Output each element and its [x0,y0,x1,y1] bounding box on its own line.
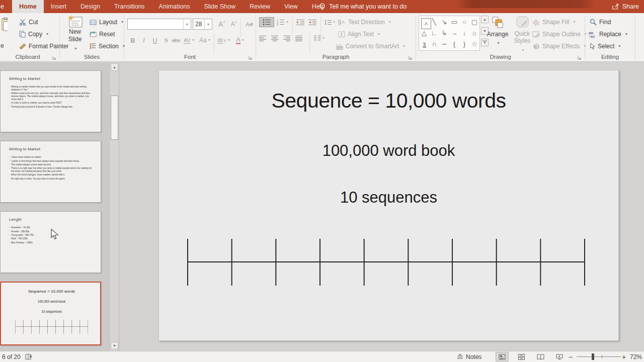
clipboard-dialog-launcher[interactable] [52,56,56,60]
italic-button[interactable]: I [139,35,148,45]
increase-indent-button[interactable] [308,17,317,27]
thumbnail-slide-4[interactable]: Writing to Market I have never written t… [0,141,101,203]
zoom-slider-thumb[interactable] [592,353,594,360]
slide-sorter-view-button[interactable] [515,352,528,361]
tab-slide-show[interactable]: Slide Show [197,0,243,13]
replace-button[interactable]: abac Replace [589,29,627,40]
tab-view[interactable]: View [277,0,305,13]
font-color-button[interactable]: A [235,35,245,45]
share-button[interactable]: Share [612,0,639,13]
tab-home[interactable]: Home [12,0,44,13]
zoom-in-button[interactable]: + [622,351,626,362]
slide-title-text[interactable]: Sequence = 10,000 words [159,89,618,113]
drawing-dialog-launcher[interactable] [578,56,582,60]
character-spacing-button[interactable]: AV [184,35,194,45]
shape-right-arrow-icon[interactable]: → [449,27,459,38]
columns-button[interactable] [314,33,325,43]
shape-effects-button[interactable]: Shape Effects [532,41,586,52]
scrollbar-thumb[interactable] [111,96,118,140]
tell-me-box[interactable]: Tell me what you want to do [319,0,407,13]
font-dialog-launcher[interactable] [249,56,253,60]
shape-rounded-rectangle-icon[interactable]: ▢ [469,16,479,27]
bold-button[interactable]: B [128,35,137,45]
zoom-percentage[interactable]: 72% [630,351,642,362]
slide-canvas[interactable]: Sequence = 10,000 words 100,000 word boo… [158,70,619,341]
thumbnail-slide-5[interactable]: Length Novelette – 7k-15k Novella – 25k-… [0,211,101,273]
bullets-button[interactable] [259,17,274,27]
font-size-combo[interactable]: 28▾ [193,19,212,30]
format-painter-button[interactable]: Format Painter [19,41,68,52]
new-slide-button[interactable]: New Slide [62,15,88,52]
justify-button[interactable] [294,33,303,43]
text-shadow-button[interactable]: abc [172,35,181,45]
clear-formatting-button[interactable]: A [245,19,254,29]
line-spacing-button[interactable] [324,17,335,27]
paste-button-fragment[interactable] [0,19,8,30]
find-button[interactable]: Find [590,17,611,28]
tab-animations[interactable]: Animations [152,0,197,13]
convert-to-smartart-button[interactable]: Convert to SmartArt [335,41,405,52]
align-left-button[interactable] [258,33,267,43]
shape-elbow-connector-icon[interactable]: ∟ [429,27,439,38]
shape-star-icon[interactable]: ☆ [469,38,479,49]
zoom-out-button[interactable]: − [569,351,573,362]
scroll-down-button[interactable]: ▼ [111,342,118,349]
reading-view-button[interactable] [534,352,547,361]
slide-body-line-1[interactable]: 100,000 word book [159,142,618,160]
tab-transitions[interactable]: Transitions [107,0,152,13]
cut-button[interactable]: Cut [19,17,38,28]
shape-oval-icon[interactable]: ○ [459,16,469,27]
font-name-combo[interactable]: ▾ [127,19,191,30]
decrease-indent-button[interactable] [296,17,305,27]
arrange-button[interactable]: Arrange [485,16,510,47]
tab-insert[interactable]: Insert [44,0,73,13]
align-center-button[interactable] [270,33,279,43]
section-button[interactable]: Section [90,41,125,52]
align-text-button[interactable]: Align Text [338,29,380,40]
slide-body-line-2[interactable]: 10 sequences [159,189,618,207]
shape-right-brace-icon[interactable]: } [459,38,469,49]
thumbnail-slide-6-selected[interactable]: Sequence = 10,000 words 100,000 word boo… [0,282,101,345]
slide-position-indicator[interactable]: 6 of 20 [2,351,21,362]
align-right-button[interactable] [282,33,291,43]
shape-rectangle-icon[interactable]: ▭ [449,16,459,27]
layout-button[interactable]: Layout [90,17,123,28]
increase-font-size-button[interactable]: A˄ [217,19,226,29]
shape-line-icon[interactable]: ╲ [429,16,439,27]
shape-scribble-icon[interactable]: ʓ [419,38,429,49]
slide-show-button[interactable] [553,352,566,361]
shape-pentagon-icon[interactable]: ⌂ [469,27,479,38]
underline-button[interactable]: U [150,35,159,45]
highlight-button[interactable]: ab [217,35,230,45]
shape-fill-button[interactable]: Shape Fill [532,17,575,28]
numbering-button[interactable]: 123 [277,17,288,27]
shape-elbow-arrow-icon[interactable]: ↳ [439,27,449,38]
shape-arrow-icon[interactable]: ↘ [439,16,449,27]
paste-label-fragment[interactable]: e [1,42,4,49]
tab-design[interactable]: Design [73,0,107,13]
shape-down-arrow-icon[interactable]: ↓ [459,27,469,38]
spell-check-button[interactable] [25,351,33,362]
strikethrough-button[interactable]: S [162,35,171,45]
tab-review[interactable]: Review [243,0,277,13]
shape-triangle-icon[interactable]: △ [419,27,429,38]
change-case-button[interactable]: Aa [199,35,210,45]
copy-button[interactable]: Copy [19,29,48,40]
zoom-slider-track[interactable] [577,356,621,357]
quick-styles-button[interactable]: Quick Styles [510,16,534,54]
normal-view-button[interactable] [496,352,509,361]
shape-left-brace-icon[interactable]: { [449,38,459,49]
select-button[interactable]: Select [590,41,620,52]
file-tab-fragment[interactable]: e [1,3,4,10]
reset-button[interactable]: Reset [90,29,115,40]
slide-timeline-graphic[interactable] [187,239,585,286]
scroll-up-button[interactable]: ▲ [111,63,118,71]
decrease-font-size-button[interactable]: A˅ [229,19,238,29]
thumbnail-slide-3[interactable]: Writing to Market Writing to market mean… [0,70,101,132]
shape-outline-button[interactable]: Shape Outline [532,29,587,40]
text-direction-button[interactable]: A Text Direction [338,17,391,28]
shape-curve-icon[interactable]: ∼ [439,38,449,49]
notes-button[interactable]: Notes [457,351,481,362]
thumbnail-scrollbar[interactable]: ▲ ▼ [109,62,119,351]
paragraph-dialog-launcher[interactable] [409,56,413,60]
